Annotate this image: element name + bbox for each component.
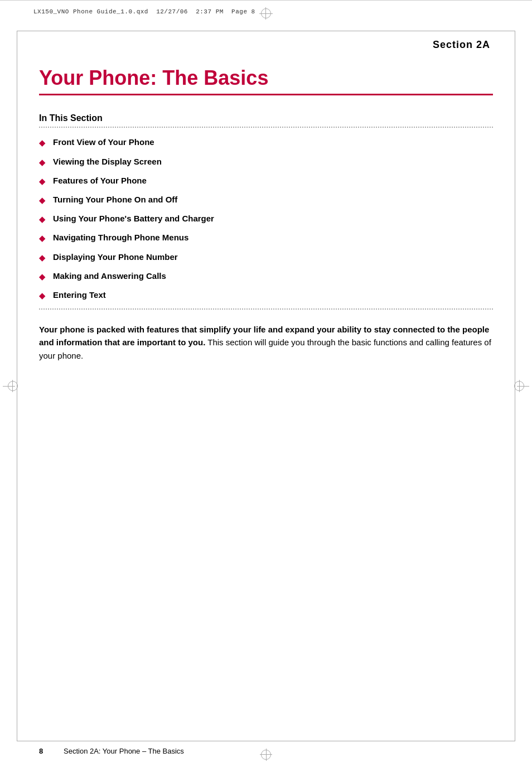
diamond-icon: ◆ <box>39 233 45 243</box>
footer-area: 8 Section 2A: Your Phone – The Basics <box>39 747 493 755</box>
header-filename: LX150_VNO Phone Guide_1.0.qxd <box>33 8 148 15</box>
chapter-divider <box>39 94 493 95</box>
list-item-text: Displaying Your Phone Number <box>53 252 178 263</box>
diamond-icon: ◆ <box>39 272 45 282</box>
reg-v-line-right <box>519 380 520 392</box>
list-item: ◆ Entering Text <box>39 290 493 301</box>
diamond-icon: ◆ <box>39 253 45 263</box>
dotted-line-bottom <box>39 308 493 310</box>
top-reg-circle <box>261 8 271 18</box>
bottom-border-line <box>17 741 515 741</box>
reg-h-line-left <box>3 386 15 387</box>
diamond-icon: ◆ <box>39 138 45 148</box>
list-item-text: Features of Your Phone <box>53 175 147 186</box>
top-border-line <box>17 31 515 31</box>
list-item: ◆ Making and Answering Calls <box>39 271 493 282</box>
header-date: 12/27/06 <box>156 8 188 15</box>
diamond-icon: ◆ <box>39 291 45 301</box>
list-item: ◆ Viewing the Display Screen <box>39 156 493 167</box>
diamond-icon: ◆ <box>39 157 45 167</box>
diamond-icon: ◆ <box>39 176 45 186</box>
dotted-line-top <box>39 127 493 128</box>
list-item-text: Making and Answering Calls <box>53 271 166 282</box>
list-item-text: Turning Your Phone On and Off <box>53 194 177 205</box>
content-area: Section 2A Your Phone: The Basics In Thi… <box>39 39 493 733</box>
list-item-text: Entering Text <box>53 290 106 301</box>
list-item: ◆ Features of Your Phone <box>39 175 493 186</box>
list-item-text: Using Your Phone's Battery and Charger <box>53 213 214 224</box>
list-item-text: Front View of Your Phone <box>53 137 154 148</box>
top-reg-area <box>259 0 273 27</box>
list-item-text: Navigating Through Phone Menus <box>53 232 188 243</box>
list-item: ◆ Displaying Your Phone Number <box>39 252 493 263</box>
menu-list: ◆ Front View of Your Phone ◆ Viewing the… <box>39 137 493 301</box>
header-time: 2:37 PM <box>196 8 224 15</box>
header-separator2 <box>188 8 196 15</box>
list-item: ◆ Navigating Through Phone Menus <box>39 232 493 243</box>
page-container: LX150_VNO Phone Guide_1.0.qxd 12/27/06 2… <box>0 0 532 772</box>
header-page: Page 8 <box>231 8 255 15</box>
diamond-icon: ◆ <box>39 195 45 205</box>
header-separator1 <box>148 8 156 15</box>
chapter-title: Your Phone: The Basics <box>39 66 493 89</box>
header-separator3 <box>224 8 231 15</box>
section-label: Section 2A <box>39 39 493 51</box>
in-this-section-label: In This Section <box>39 113 493 123</box>
diamond-icon: ◆ <box>39 214 45 224</box>
list-item-text: Viewing the Display Screen <box>53 156 162 167</box>
reg-v-line-left <box>12 380 13 392</box>
footer-text: Section 2A: Your Phone – The Basics <box>64 747 184 755</box>
list-item: ◆ Front View of Your Phone <box>39 137 493 148</box>
list-item: ◆ Turning Your Phone On and Off <box>39 194 493 205</box>
list-item: ◆ Using Your Phone's Battery and Charger <box>39 213 493 224</box>
footer-page-number: 8 <box>39 747 50 755</box>
description-paragraph: Your phone is packed with features that … <box>39 323 493 362</box>
